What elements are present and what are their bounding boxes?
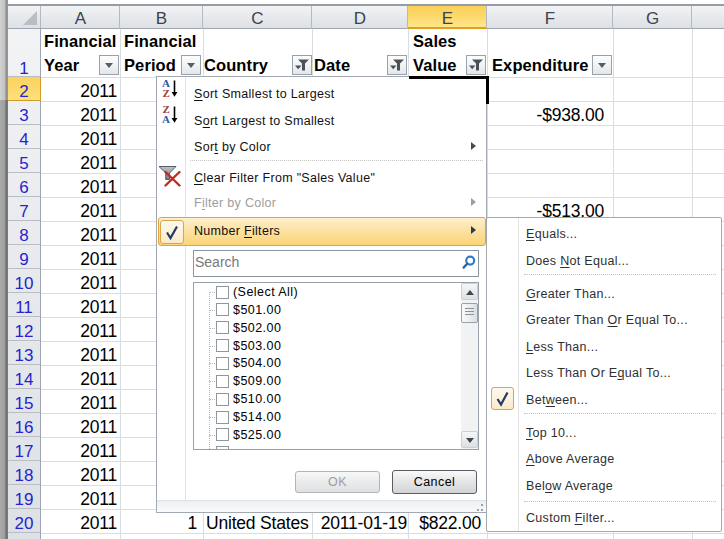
svg-text:A: A [162, 113, 170, 125]
svg-text:Z: Z [163, 87, 170, 99]
